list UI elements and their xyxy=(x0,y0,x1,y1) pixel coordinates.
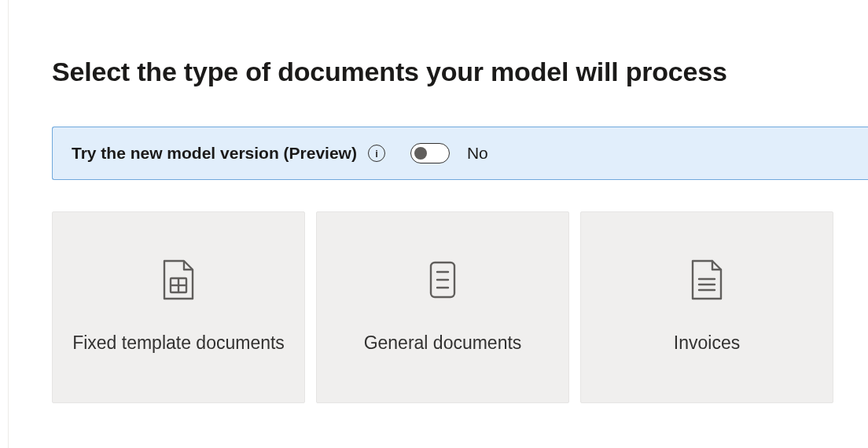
page-title: Select the type of documents your model … xyxy=(52,57,868,87)
vertical-divider xyxy=(8,0,9,448)
toggle-thumb xyxy=(414,147,427,160)
card-label: General documents xyxy=(364,331,522,355)
invoice-document-icon xyxy=(689,259,725,301)
fixed-template-document-icon xyxy=(160,259,197,301)
card-general-documents[interactable]: General documents xyxy=(316,211,569,403)
preview-toggle-state: No xyxy=(467,144,488,163)
card-label: Fixed template documents xyxy=(72,331,285,355)
preview-label: Try the new model version (Preview) xyxy=(72,144,357,163)
card-fixed-template[interactable]: Fixed template documents xyxy=(52,211,305,403)
info-icon[interactable]: i xyxy=(368,145,385,162)
main-content: Select the type of documents your model … xyxy=(0,0,868,403)
general-document-icon xyxy=(425,259,461,301)
preview-banner: Try the new model version (Preview) i No xyxy=(52,127,868,180)
document-type-cards: Fixed template documents General documen… xyxy=(52,211,868,403)
preview-toggle[interactable] xyxy=(410,143,450,163)
card-label: Invoices xyxy=(674,331,740,355)
card-invoices[interactable]: Invoices xyxy=(580,211,833,403)
